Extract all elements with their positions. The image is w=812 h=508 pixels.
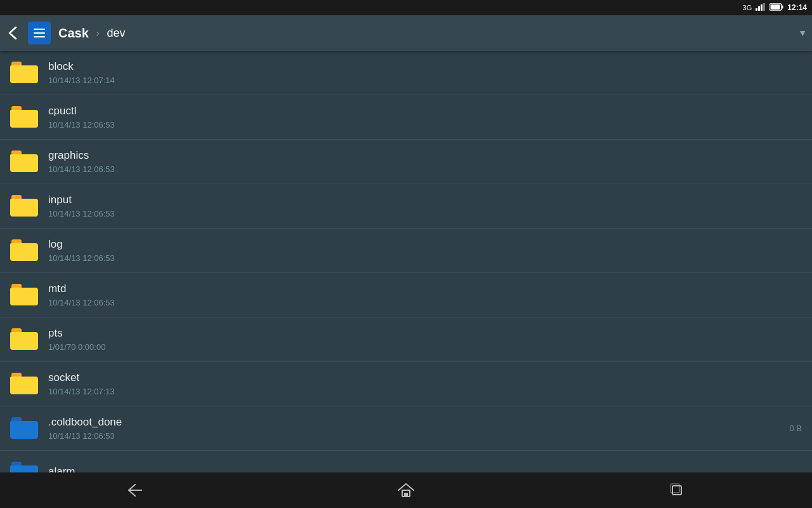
- file-name: log: [48, 238, 802, 251]
- file-size: 0 B: [789, 424, 802, 433]
- file-list: block10/14/13 12:07:14cpuctl10/14/13 12:…: [0, 51, 812, 472]
- file-date: 1/01/70 0:00:00: [48, 342, 802, 352]
- breadcrumb-separator: ›: [96, 28, 100, 38]
- app-title: Cask: [58, 26, 89, 41]
- list-item[interactable]: log10/14/13 12:06:53: [0, 229, 812, 273]
- back-button[interactable]: [116, 478, 154, 503]
- home-button[interactable]: [387, 478, 425, 503]
- file-date: 10/14/13 12:06:53: [48, 164, 802, 174]
- folder-icon: [10, 195, 38, 218]
- status-bar: 3G 12:14: [0, 0, 812, 15]
- file-name: pts: [48, 327, 802, 340]
- svg-rect-9: [404, 493, 408, 497]
- current-dir: dev: [107, 27, 125, 40]
- recent-apps-button[interactable]: [658, 478, 696, 503]
- file-date: 10/14/13 12:07:13: [48, 387, 802, 396]
- expand-indicator: ▼: [798, 28, 807, 38]
- file-info: mtd10/14/13 12:06:53: [48, 283, 802, 307]
- file-name: mtd: [48, 283, 802, 295]
- battery-icon: [769, 3, 783, 12]
- svg-rect-0: [756, 8, 757, 11]
- folder-icon: [10, 417, 38, 440]
- file-name: block: [48, 60, 802, 73]
- file-name: cpuctl: [48, 105, 802, 117]
- folder-icon: [10, 462, 38, 473]
- file-date: 10/14/13 12:07:14: [48, 76, 802, 85]
- file-info: input10/14/13 12:06:53: [48, 194, 802, 218]
- file-name: graphics: [48, 149, 802, 162]
- menu-line-1: [34, 29, 45, 30]
- file-name: .coldboot_done: [48, 416, 789, 429]
- folder-icon: [10, 239, 38, 262]
- svg-rect-3: [763, 3, 765, 11]
- list-item[interactable]: mtd10/14/13 12:06:53: [0, 273, 812, 318]
- menu-icon[interactable]: [28, 22, 51, 44]
- menu-line-3: [34, 36, 45, 37]
- file-info: cpuctl10/14/13 12:06:53: [48, 105, 802, 130]
- file-name: input: [48, 194, 802, 206]
- menu-line-2: [34, 32, 45, 34]
- list-item[interactable]: graphics10/14/13 12:06:53: [0, 140, 812, 184]
- file-info: pts1/01/70 0:00:00: [48, 327, 802, 352]
- folder-icon: [10, 106, 38, 129]
- svg-rect-6: [771, 5, 780, 10]
- list-item[interactable]: cpuctl10/14/13 12:06:53: [0, 95, 812, 140]
- file-date: 10/14/13 12:06:53: [48, 120, 802, 130]
- signal-icon: 3G: [743, 4, 752, 11]
- file-date: 10/14/13 12:06:53: [48, 298, 802, 307]
- svg-rect-10: [672, 486, 681, 495]
- list-item[interactable]: .coldboot_done10/14/13 12:06:530 B: [0, 406, 812, 451]
- file-date: 10/14/13 12:06:53: [48, 431, 789, 441]
- file-name: socket: [48, 371, 802, 384]
- file-info: log10/14/13 12:06:53: [48, 238, 802, 263]
- list-item[interactable]: pts1/01/70 0:00:00: [0, 318, 812, 362]
- file-info: alarm: [48, 465, 802, 473]
- clock: 12:14: [787, 3, 807, 12]
- file-info: .coldboot_done10/14/13 12:06:53: [48, 416, 789, 441]
- folder-icon: [10, 373, 38, 396]
- folder-icon: [10, 150, 38, 173]
- bottom-nav: [0, 472, 812, 508]
- file-info: socket10/14/13 12:07:13: [48, 371, 802, 396]
- app-bar: Cask › dev ▼: [0, 15, 812, 51]
- file-name: alarm: [48, 465, 802, 473]
- folder-icon: [10, 328, 38, 351]
- svg-rect-1: [758, 6, 760, 11]
- svg-rect-5: [782, 6, 783, 9]
- svg-rect-2: [761, 4, 763, 11]
- folder-icon: [10, 284, 38, 307]
- nav-back-icon[interactable]: [5, 25, 20, 41]
- list-item[interactable]: socket10/14/13 12:07:13: [0, 362, 812, 406]
- list-item[interactable]: input10/14/13 12:06:53: [0, 184, 812, 229]
- file-info: block10/14/13 12:07:14: [48, 60, 802, 85]
- folder-icon: [10, 62, 38, 84]
- list-item[interactable]: alarm: [0, 451, 812, 472]
- file-date: 10/14/13 12:06:53: [48, 209, 802, 218]
- list-item[interactable]: block10/14/13 12:07:14: [0, 51, 812, 95]
- signal-bars-icon: [756, 3, 766, 12]
- file-date: 10/14/13 12:06:53: [48, 253, 802, 263]
- file-info: graphics10/14/13 12:06:53: [48, 149, 802, 174]
